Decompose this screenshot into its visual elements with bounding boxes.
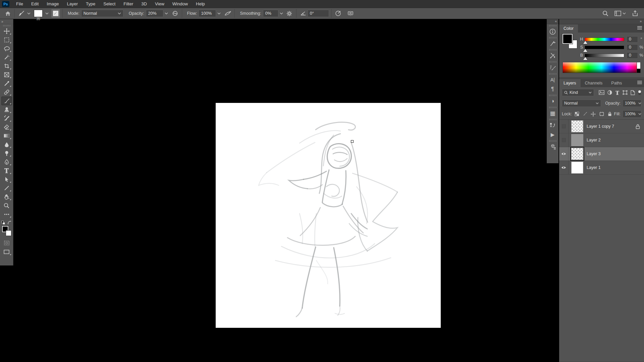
- move-tool-icon[interactable]: [1, 27, 12, 36]
- swatches-panel-icon[interactable]: ▦: [548, 109, 558, 118]
- tab-layers[interactable]: Layers: [559, 79, 581, 87]
- menu-filter[interactable]: Filter: [119, 0, 137, 8]
- filter-type-layers-icon[interactable]: [615, 90, 620, 95]
- visibility-toggle[interactable]: [559, 133, 569, 147]
- pen-tool-icon[interactable]: [1, 158, 12, 166]
- info-panel-icon[interactable]: [548, 27, 558, 36]
- crop-tool-icon[interactable]: [1, 62, 12, 70]
- dodge-tool-icon[interactable]: [1, 149, 12, 158]
- line-tool-icon[interactable]: [1, 184, 12, 192]
- background-color-swatch[interactable]: [6, 230, 11, 236]
- brightness-slider[interactable]: [585, 54, 624, 57]
- visibility-toggle[interactable]: [559, 147, 569, 161]
- actions-panel-icon[interactable]: ▶: [548, 130, 558, 139]
- menu-select[interactable]: Select: [99, 0, 119, 8]
- smoothing-gear-icon[interactable]: [285, 9, 294, 18]
- color-panel-swatches[interactable]: [562, 34, 576, 50]
- libraries-panel-icon[interactable]: [548, 142, 558, 152]
- brush-tool-icon[interactable]: [1, 97, 12, 105]
- tab-color[interactable]: Color: [559, 24, 578, 33]
- hue-slider[interactable]: [585, 38, 624, 41]
- layer-name[interactable]: Layer 2: [587, 138, 601, 142]
- color-spectrum-ramp[interactable]: [562, 62, 641, 73]
- search-icon[interactable]: [601, 9, 610, 18]
- layer-name[interactable]: Layer 1: [587, 165, 601, 170]
- default-colors-icon[interactable]: [1, 221, 5, 225]
- paragraph-panel-icon[interactable]: ¶: [548, 84, 558, 94]
- hue-value-field[interactable]: 0: [627, 36, 638, 43]
- layer-name[interactable]: Layer 3: [587, 152, 601, 156]
- layer-row-layer-3[interactable]: Layer 3: [559, 147, 644, 161]
- menu-edit[interactable]: Edit: [27, 0, 43, 8]
- history-brush-tool-icon[interactable]: [1, 114, 12, 123]
- hand-tool-icon[interactable]: [1, 192, 12, 201]
- menu-type[interactable]: Type: [82, 0, 99, 8]
- symmetry-icon[interactable]: [346, 9, 355, 18]
- history-panel-icon[interactable]: [548, 121, 558, 130]
- tool-presets-panel-icon[interactable]: [548, 51, 558, 60]
- tab-channels[interactable]: Channels: [581, 79, 607, 87]
- adjustments-panel-icon[interactable]: ◑: [548, 97, 558, 106]
- layer-thumbnail[interactable]: [571, 162, 583, 174]
- brush-tool-preset-icon[interactable]: [17, 9, 26, 18]
- lock-position-icon[interactable]: [591, 112, 596, 117]
- character-panel-icon[interactable]: A|: [548, 75, 558, 84]
- menu-window[interactable]: Window: [168, 0, 192, 8]
- layer-row-layer-2[interactable]: Layer 2: [559, 133, 644, 147]
- filter-shape-layers-icon[interactable]: [623, 90, 628, 95]
- spectrum-bw-swatches[interactable]: [637, 62, 640, 73]
- opacity-field[interactable]: 20%: [146, 10, 163, 17]
- toolbar-grip[interactable]: [3, 25, 10, 26]
- eraser-tool-icon[interactable]: [1, 123, 12, 131]
- quick-mask-icon[interactable]: [1, 239, 12, 247]
- filter-smart-objects-icon[interactable]: [631, 90, 635, 95]
- mode-select[interactable]: Normal: [81, 10, 123, 17]
- flow-chevron-icon[interactable]: [217, 12, 221, 14]
- lock-all-icon[interactable]: [608, 112, 612, 116]
- type-tool-icon[interactable]: [1, 166, 12, 175]
- menu-layer[interactable]: Layer: [63, 0, 82, 8]
- brightness-value-field[interactable]: 0: [627, 52, 638, 59]
- smoothing-chevron-icon[interactable]: [280, 12, 283, 14]
- opacity-chevron-icon[interactable]: [165, 12, 168, 14]
- fill-field[interactable]: 100%: [623, 110, 641, 118]
- layer-thumbnail[interactable]: [571, 120, 583, 132]
- lock-artboard-icon[interactable]: [599, 112, 604, 116]
- path-select-tool-icon[interactable]: [1, 175, 12, 184]
- zoom-tool-icon[interactable]: [1, 201, 12, 210]
- airbrush-icon[interactable]: [223, 9, 232, 18]
- blur-tool-icon[interactable]: [1, 140, 12, 149]
- lock-pixels-icon[interactable]: [583, 112, 587, 116]
- layer-thumbnail[interactable]: [571, 134, 583, 146]
- filter-adjustment-layers-icon[interactable]: [607, 90, 612, 95]
- saturation-slider-handle[interactable]: [583, 49, 587, 52]
- share-icon[interactable]: [631, 9, 639, 18]
- brush-settings-panel-icon[interactable]: [548, 39, 558, 48]
- frame-tool-icon[interactable]: [1, 70, 12, 79]
- foreground-background-swatches[interactable]: [2, 226, 12, 236]
- workspace-switcher[interactable]: [614, 11, 626, 16]
- filter-toggle-switch[interactable]: [638, 90, 641, 96]
- visibility-toggle[interactable]: [559, 161, 569, 174]
- brush-preset-chevron-icon[interactable]: [45, 12, 49, 14]
- tab-paths[interactable]: Paths: [607, 79, 626, 87]
- layers-panel-menu-icon[interactable]: [637, 81, 642, 84]
- lock-transparency-icon[interactable]: [575, 112, 579, 116]
- dock-collapse-icon[interactable]: »: [559, 19, 644, 24]
- layer-filter-select[interactable]: Kind: [562, 89, 594, 96]
- edit-toolbar-icon[interactable]: [1, 210, 12, 219]
- layer-name[interactable]: Layer 1 copy 7: [587, 124, 614, 129]
- magic-wand-tool-icon[interactable]: [1, 53, 12, 62]
- tool-preset-chevron-icon[interactable]: [27, 12, 31, 14]
- dock-expand-icon[interactable]: «: [547, 19, 558, 24]
- pressure-size-icon[interactable]: [334, 9, 343, 18]
- smoothing-field[interactable]: 0%: [263, 10, 278, 17]
- eyedropper-tool-icon[interactable]: [1, 79, 12, 88]
- brush-angle-field[interactable]: 0°: [308, 10, 329, 17]
- layer-row-layer-1-copy-7[interactable]: Layer 1 copy 7: [559, 120, 644, 133]
- document-canvas[interactable]: [216, 103, 441, 328]
- opacity-pressure-icon[interactable]: [171, 9, 179, 18]
- filter-pixel-layers-icon[interactable]: [599, 90, 604, 95]
- layers-opacity-field[interactable]: 100%: [623, 100, 641, 107]
- healing-brush-tool-icon[interactable]: [1, 88, 12, 97]
